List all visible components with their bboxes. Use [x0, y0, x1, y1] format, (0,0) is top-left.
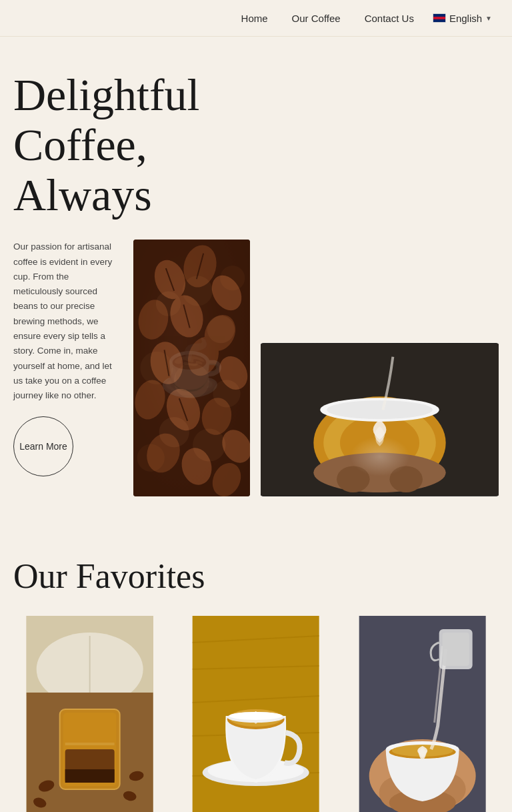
nav-home[interactable]: Home: [229, 13, 280, 24]
coffee-beans-image: [133, 240, 250, 496]
svg-point-4: [135, 298, 171, 342]
svg-point-11: [161, 384, 206, 436]
svg-line-17: [166, 268, 174, 291]
svg-point-30: [337, 466, 370, 493]
svg-point-29: [313, 453, 445, 493]
svg-line-20: [165, 350, 169, 376]
fav-card-2: [179, 616, 332, 812]
svg-point-5: [166, 292, 208, 341]
fav-image-1: [13, 616, 166, 812]
hero-title: Delightful Coffee, Always: [13, 70, 499, 220]
language-selector[interactable]: English ▼: [426, 13, 499, 24]
svg-point-14: [141, 429, 185, 478]
svg-point-28: [327, 401, 433, 420]
svg-point-9: [214, 352, 250, 394]
chevron-down-icon: ▼: [485, 15, 492, 22]
hero-left-col: Our passion for artisanal coffee is evid…: [13, 240, 120, 476]
svg-point-12: [199, 396, 234, 438]
flag-icon: [433, 13, 446, 23]
svg-point-10: [133, 377, 169, 423]
favorites-section: Our Favorites: [0, 516, 512, 812]
hero-content: Our passion for artisanal coffee is evid…: [13, 240, 499, 496]
navbar: Home Our Coffee Contact Us English ▼: [0, 0, 512, 37]
hero-section: Delightful Coffee, Always Our passion fo…: [0, 37, 512, 516]
latte-art-image: [261, 343, 499, 496]
fav-image-2: [179, 616, 332, 812]
hero-description: Our passion for artisanal coffee is evid…: [13, 240, 120, 403]
hero-images: [133, 240, 499, 496]
svg-point-15: [178, 445, 216, 488]
svg-line-21: [179, 398, 187, 421]
fav-image-3: [346, 616, 499, 812]
fav-card-3: [346, 616, 499, 812]
fav-card-1: [13, 616, 166, 812]
favorites-grid: [13, 616, 499, 812]
nav-coffee[interactable]: Our Coffee: [280, 13, 353, 24]
favorites-title: Our Favorites: [13, 556, 499, 596]
svg-point-7: [147, 340, 186, 387]
learn-more-button[interactable]: Learn More: [13, 416, 73, 476]
svg-rect-42: [65, 743, 115, 745]
svg-point-58: [229, 712, 283, 720]
svg-point-8: [183, 333, 224, 380]
svg-line-18: [197, 254, 203, 280]
nav-contact[interactable]: Contact Us: [353, 13, 426, 24]
svg-point-13: [217, 425, 250, 468]
svg-rect-0: [133, 240, 250, 496]
svg-rect-40: [65, 769, 115, 783]
language-label: English: [449, 13, 482, 24]
svg-point-16: [207, 458, 246, 496]
svg-point-6: [199, 310, 241, 356]
svg-rect-68: [442, 633, 469, 666]
svg-line-19: [183, 305, 189, 328]
svg-point-2: [179, 242, 221, 291]
svg-point-3: [206, 270, 248, 316]
svg-point-1: [149, 256, 191, 304]
svg-point-31: [389, 466, 423, 493]
